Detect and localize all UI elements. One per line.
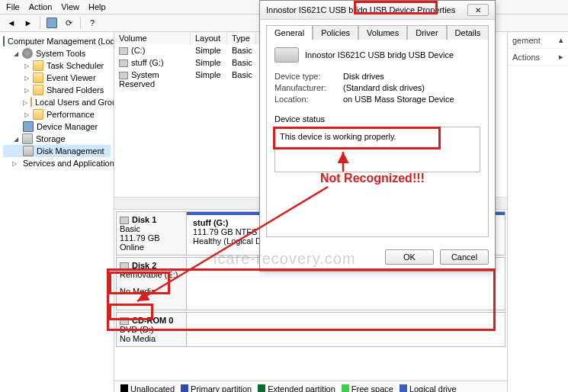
actions-pane: gement▴ Actions▸ — [507, 32, 568, 392]
dialog-tabs: General Policies Volumes Driver Details — [260, 20, 495, 39]
device-name: Innostor IS621C USB bridg USB Device — [305, 50, 454, 59]
tab-driver[interactable]: Driver — [407, 25, 446, 40]
tab-general[interactable]: General — [266, 25, 313, 40]
menu-action[interactable]: Action — [29, 2, 53, 11]
cd-icon — [120, 317, 129, 325]
chevron-up-icon[interactable]: ▴ — [559, 35, 563, 45]
cancel-button[interactable]: Cancel — [440, 249, 489, 265]
refresh-button[interactable]: ⟳ — [62, 16, 75, 30]
tree-services[interactable]: ▷Services and Applications — [3, 157, 111, 169]
tree-device-manager[interactable]: Device Manager — [3, 120, 111, 133]
device-properties-dialog: Innostor IS621C USB bridg USB Device Pro… — [259, 0, 496, 272]
tab-body: Innostor IS621C USB bridg USB Device Dev… — [266, 39, 489, 237]
tree-root[interactable]: Computer Management (Local — [3, 35, 111, 47]
tree-local-users[interactable]: ▷Local Users and Groups — [3, 96, 111, 108]
disk-icon — [120, 217, 129, 224]
toolbar-icon[interactable] — [45, 16, 59, 30]
close-button[interactable]: ✕ — [467, 4, 489, 16]
device-drive-icon — [274, 47, 299, 63]
ok-button[interactable]: OK — [385, 249, 434, 265]
help-button[interactable]: ? — [85, 16, 99, 30]
chevron-right-icon: ▸ — [559, 52, 563, 62]
device-status-label: Device status — [274, 114, 480, 124]
tree-task-scheduler[interactable]: ▷Task Scheduler — [3, 59, 111, 72]
back-button[interactable]: ◄ — [5, 16, 18, 30]
forward-button[interactable]: ► — [21, 16, 35, 30]
actions-header: gement▴ — [508, 32, 568, 49]
disk-icon — [120, 262, 129, 270]
tree-storage[interactable]: ◢Storage — [3, 133, 111, 145]
tab-volumes[interactable]: Volumes — [358, 25, 407, 40]
disk-info: Disk 2 Removable (E:) No Media — [117, 258, 187, 310]
actions-more[interactable]: Actions▸ — [508, 49, 568, 66]
menu-file[interactable]: File — [6, 2, 20, 11]
tab-policies[interactable]: Policies — [313, 25, 358, 40]
drive-icon — [119, 59, 128, 67]
drive-icon — [119, 47, 128, 55]
disk-row[interactable]: CD-ROM 0 DVD (D:) No Media — [116, 312, 505, 347]
tree-disk-management[interactable]: Disk Management — [3, 145, 111, 157]
manufacturer-value: (Standard disk drives) — [343, 83, 425, 92]
tree-shared-folders[interactable]: ▷Shared Folders — [3, 84, 111, 96]
device-type-value: Disk drives — [343, 72, 384, 81]
tree-performance[interactable]: ▷Performance — [3, 108, 111, 120]
menu-view[interactable]: View — [61, 2, 79, 11]
device-status-box[interactable]: This device is working properly. — [274, 127, 480, 172]
disk-info: Disk 1 Basic111.79 GBOnline — [117, 212, 187, 255]
nav-tree: Computer Management (Local ◢System Tools… — [0, 32, 114, 392]
menu-help[interactable]: Help — [88, 2, 106, 11]
disk-info: CD-ROM 0 DVD (D:) No Media — [117, 313, 187, 346]
drive-icon — [119, 72, 128, 79]
location-value: on USB Mass Storage Device — [343, 95, 454, 104]
tree-event-viewer[interactable]: ▷Event Viewer — [3, 72, 111, 84]
dialog-titlebar[interactable]: Innostor IS621C USB bridg USB Device Pro… — [260, 1, 495, 20]
col-layout[interactable]: Layout — [191, 32, 227, 44]
legend: Unallocated Primary partition Extended p… — [114, 381, 507, 392]
col-volume[interactable]: Volume — [114, 32, 191, 44]
tab-details[interactable]: Details — [447, 25, 489, 40]
partition-empty[interactable] — [187, 313, 505, 346]
col-type[interactable]: Type — [227, 32, 256, 44]
tree-system-tools[interactable]: ◢System Tools — [3, 47, 111, 59]
